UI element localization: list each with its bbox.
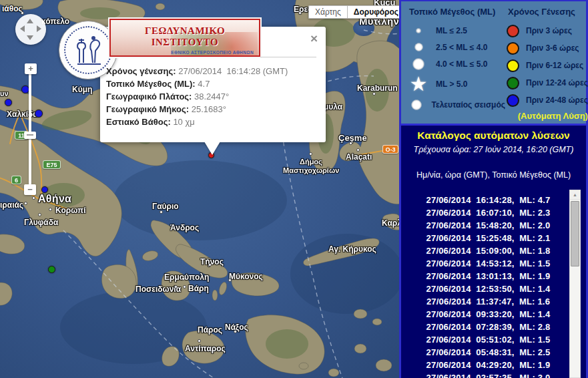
map-place-label: ιάθος (2, 4, 23, 13)
map-place-label: Δήμος (300, 158, 322, 166)
map-place-dot (377, 20, 380, 23)
legend-time-label: Πριν 6-12 ώρες (526, 61, 583, 70)
popup-field-value: 27/06/2014 16:14:28 (GMT) (176, 66, 288, 76)
popup-field: Χρόνος γένεσης: 27/06/2014 16:14:28 (GMT… (106, 65, 320, 77)
legend-section: Τοπικό Μέγεθος (ML) ML ≤ 2.52.5 < ML ≤ 4… (401, 1, 586, 124)
zoom-out-button[interactable]: − (24, 184, 36, 195)
map-type-button-satellite[interactable]: Δορυφόρος (347, 5, 399, 19)
zoom-in-button[interactable]: + (25, 63, 37, 74)
legend-time-label: Πριν 3-6 ώρες (526, 43, 579, 53)
circle-icon (414, 43, 423, 51)
catalog-current-time: Τρέχουσα ώρα: 27 Ιούν 2014, 16:20 (GMT) (401, 145, 586, 154)
map-place-dot (183, 285, 186, 289)
earthquake-marker-24-48h[interactable] (41, 186, 48, 193)
legend-time-item: Πριν 3 ώρες (505, 22, 588, 39)
earthquake-marker-24-48h[interactable] (35, 110, 43, 118)
legend-marker-cell (406, 58, 430, 70)
earthquake-list-row[interactable]: 27/06/2014 02:57:25, ML: 3.0 (408, 371, 569, 378)
earthquake-list-row[interactable]: 27/06/2014 05:51:02, ML: 1.5 (408, 333, 569, 346)
legend-magnitude-title: Τοπικό Μέγεθος (ML) (409, 7, 505, 17)
popup-field: Γεωγραφικό Πλάτος: 38.2447° (106, 90, 320, 103)
popup-field-value: 25.1683° (189, 104, 226, 114)
scrollbar-up-icon[interactable]: ▲ (570, 190, 580, 200)
earthquake-list-row[interactable]: 27/06/2014 16:14:28, ML: 4.7 (408, 194, 569, 206)
earthquake-list-row[interactable]: 27/06/2014 12:53:50, ML: 1.4 (408, 282, 569, 295)
earthquake-list-row[interactable]: 27/06/2014 15:48:20, ML: 2.0 (408, 219, 569, 232)
legend-time-item: Πριν 24-48 ώρες (505, 91, 588, 109)
map-place-label: Alaçatı (346, 152, 372, 162)
map-place-label: Κύμη (72, 85, 92, 94)
legend-magnitude-item: Τελευταίος σεισμός (406, 96, 505, 113)
popup-close-icon[interactable]: × (310, 33, 318, 44)
earthquake-list-row[interactable]: 27/06/2014 11:37:47, ML: 1.6 (408, 295, 569, 308)
road-badge: O-3 (382, 145, 398, 154)
legend-time-rows: Πριν 3 ώρεςΠριν 3-6 ώρεςΠριν 6-12 ώρεςΠρ… (505, 22, 588, 109)
earthquake-list[interactable]: 27/06/2014 16:14:28, ML: 4.727/06/2014 1… (408, 190, 569, 378)
earthquake-list-row[interactable]: 27/06/2014 13:01:13, ML: 1.9 (408, 270, 569, 282)
popup-field-value: 4.7 (196, 79, 210, 89)
map-place-dot (160, 210, 163, 214)
map-place-dot (356, 148, 360, 152)
earthquake-list-row[interactable]: 27/06/2014 07:28:39, ML: 2.8 (408, 321, 569, 333)
map-place-dot (21, 11, 24, 15)
legend-time-label: Πριν 12-24 ώρες (526, 78, 588, 87)
star-icon: ★ (410, 75, 428, 93)
circle-icon (507, 94, 519, 107)
map-place-dot (38, 213, 41, 216)
earthquake-list-row[interactable]: 27/06/2014 16:07:10, ML: 2.3 (408, 206, 569, 219)
legend-time-column: Χρόνος Γένεσης Πριν 3 ώρεςΠριν 3-6 ώρεςΠ… (505, 5, 588, 124)
circle-icon (507, 77, 519, 89)
popup-fields: Χρόνος γένεσης: 27/06/2014 16:14:28 (GMT… (106, 65, 320, 128)
legend-time-item: Πριν 3-6 ώρες (505, 39, 588, 57)
earthquake-list-row[interactable]: 27/06/2014 15:09:00, ML: 1.8 (408, 244, 569, 257)
map-canvas[interactable]: ιάθοςκόπελοKucuΜυτιλήνΕρεσόυνΚύμηKarabur… (0, 0, 399, 378)
popup-field-value: 10 χμ (171, 117, 195, 127)
automatic-solution-note: (Αυτόματη Λύση) (505, 111, 588, 121)
map-place-label: Κορωπί (55, 206, 85, 215)
pan-left-icon[interactable] (20, 25, 25, 32)
pan-right-icon[interactable] (37, 25, 41, 32)
legend-magnitude-label: 2.5 < ML ≤ 4.0 (436, 43, 487, 52)
earthquake-info-popup: ΓΕΩΔΥΝΑΜΙΚΟ ΙΝΣΤΙΤΟΥΤΟ ΕΘΝΙΚΟ ΑΣΤΕΡΟΣΚΟΠ… (100, 27, 326, 142)
legend-time-label: Πριν 24-48 ώρες (526, 96, 588, 105)
map-place-label: Καρλ (382, 218, 399, 228)
earthquake-list-row[interactable]: 27/06/2014 09:33:20, ML: 1.4 (408, 308, 569, 321)
earthquake-marker-24-48h[interactable] (5, 99, 12, 106)
map-place-label: Αθήνα (38, 193, 71, 205)
zoom-slider-track[interactable] (29, 73, 31, 187)
map-place-label: Αντίπαρος (185, 344, 226, 353)
map-pan-control[interactable] (15, 14, 46, 45)
institute-subtitle: ΕΘΝΙΚΟ ΑΣΤΕΡΟΣΚΟΠΕΙΟ ΑΘΗΝΩΝ (111, 50, 254, 55)
map-place-dot (208, 263, 212, 266)
institute-title: ΓΕΩΔΥΝΑΜΙΚΟ ΙΝΣΤΙΤΟΥΤΟ (111, 25, 259, 48)
earthquake-marker-12-24h[interactable] (48, 266, 55, 273)
scrollbar[interactable]: ▲ (569, 190, 581, 378)
pan-up-icon[interactable] (27, 19, 33, 23)
map-place-dot (349, 142, 352, 145)
popup-field-label: Γεωγραφικό Πλάτος: (106, 91, 192, 102)
map-place-dot (234, 330, 237, 333)
pan-down-icon[interactable] (27, 35, 33, 40)
legend-marker-cell: ★ (406, 75, 430, 93)
zoom-slider-handle[interactable] (24, 132, 36, 139)
scrollbar-thumb[interactable] (571, 201, 579, 266)
popup-tail (204, 142, 220, 155)
road-badge: 6 (11, 176, 21, 184)
earthquake-list-row[interactable]: 27/06/2014 05:48:31, ML: 2.5 (408, 346, 569, 359)
earthquake-list-row[interactable]: 27/06/2014 14:53:12, ML: 1.5 (408, 257, 569, 270)
map-place-label: ιραιάς (0, 200, 23, 210)
map-place-dot (182, 277, 185, 280)
map-place-label: Μαστιχοχωρίων (283, 166, 339, 174)
catalog-columns-header: Ημ/νία, ώρα (GMT), Τοπικό Μέγεθος (ML) (401, 170, 586, 180)
map-place-dot (198, 339, 201, 343)
map-type-button-map[interactable]: Χάρτης (308, 5, 347, 19)
legend-magnitude-item: ★ML > 5.0 (406, 72, 505, 96)
earthquake-list-row[interactable]: 27/06/2014 15:25:48, ML: 2.1 (408, 232, 569, 244)
earthquake-list-row[interactable]: 27/06/2014 04:29:20, ML: 1.9 (408, 359, 569, 371)
map-type-switcher: ΧάρτηςΔορυφόρος (308, 5, 399, 19)
map-place-dot (174, 285, 178, 289)
legend-magnitude-item: 2.5 < ML ≤ 4.0 (406, 39, 505, 55)
legend-time-item: Πριν 6-12 ώρες (505, 57, 588, 74)
map-place-dot (298, 11, 302, 15)
popup-field: Εστιακό Βάθος: 10 χμ (106, 116, 320, 128)
